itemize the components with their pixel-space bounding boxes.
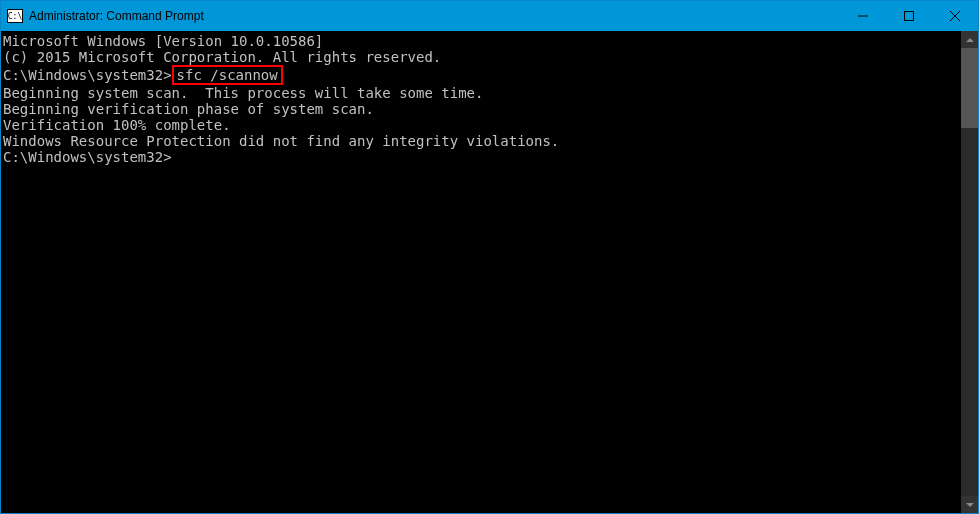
scroll-down-button[interactable] — [961, 496, 978, 513]
output-line: Windows Resource Protection did not find… — [3, 133, 961, 149]
cmd-icon-text: C:\ — [8, 12, 22, 21]
output-line: Beginning system scan. This process will… — [3, 85, 961, 101]
output-line: Verification 100% complete. — [3, 117, 961, 133]
prompt-line: C:\Windows\system32> — [3, 149, 961, 165]
scroll-thumb[interactable] — [961, 48, 978, 128]
chevron-up-icon — [966, 38, 974, 42]
close-button[interactable] — [932, 1, 978, 31]
svg-rect-1 — [905, 12, 914, 21]
chevron-down-icon — [966, 503, 974, 507]
maximize-icon — [904, 11, 914, 21]
command-line: C:\Windows\system32>sfc /scannow — [3, 65, 961, 85]
terminal-wrapper: Microsoft Windows [Version 10.0.10586](c… — [1, 31, 978, 513]
output-line: Microsoft Windows [Version 10.0.10586] — [3, 33, 961, 49]
command-prompt-window: C:\ Administrator: Command Prompt Micros… — [0, 0, 979, 514]
close-icon — [950, 11, 960, 21]
window-title: Administrator: Command Prompt — [29, 9, 840, 23]
highlighted-command: sfc /scannow — [172, 65, 283, 85]
titlebar[interactable]: C:\ Administrator: Command Prompt — [1, 1, 978, 31]
vertical-scrollbar[interactable] — [961, 31, 978, 513]
prompt: C:\Windows\system32> — [3, 67, 172, 83]
maximize-button[interactable] — [886, 1, 932, 31]
output-line: (c) 2015 Microsoft Corporation. All righ… — [3, 49, 961, 65]
terminal-content[interactable]: Microsoft Windows [Version 10.0.10586](c… — [1, 31, 961, 513]
minimize-button[interactable] — [840, 1, 886, 31]
minimize-icon — [858, 11, 868, 21]
cmd-icon: C:\ — [7, 9, 23, 23]
window-controls — [840, 1, 978, 31]
scroll-up-button[interactable] — [961, 31, 978, 48]
output-line: Beginning verification phase of system s… — [3, 101, 961, 117]
